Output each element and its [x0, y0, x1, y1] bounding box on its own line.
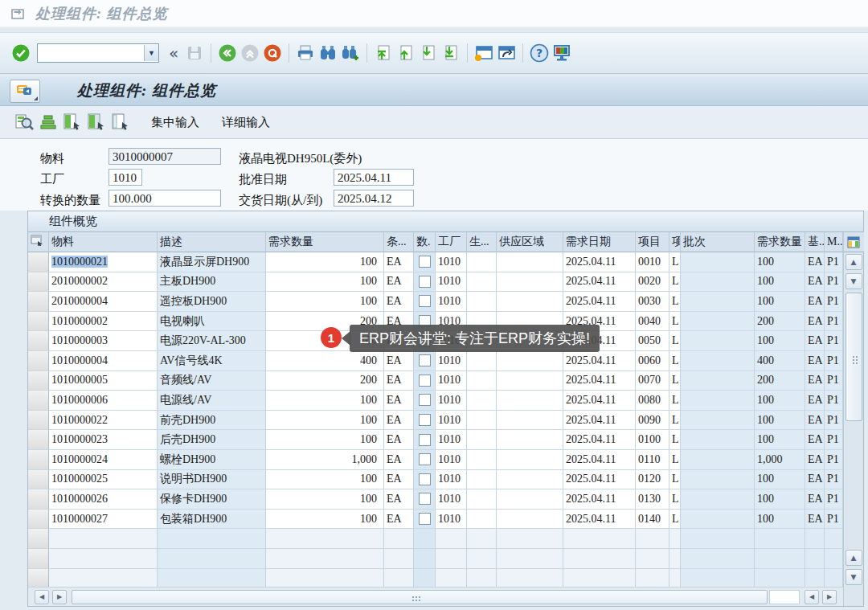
cell-prod[interactable] [467, 272, 497, 293]
cell-req-qty[interactable]: 400 [266, 351, 384, 371]
approval-date-field[interactable]: 2025.04.11 [334, 169, 414, 186]
cell-material[interactable]: 1010000026 [49, 489, 158, 510]
cell-plant[interactable]: 1010 [436, 470, 467, 490]
cell-unit[interactable]: EA [384, 510, 414, 530]
cell-unit[interactable]: EA [384, 371, 414, 391]
cell-item[interactable]: 0070 [636, 371, 669, 391]
cell-unit[interactable]: EA [384, 272, 414, 293]
cell-material[interactable] [49, 569, 158, 589]
cell-req-date[interactable]: 2025.04.11 [563, 430, 636, 450]
cell-unit[interactable]: EA [384, 391, 414, 411]
cell-unit[interactable]: EA [384, 252, 414, 272]
cell-unit[interactable] [384, 549, 414, 569]
cell-prod[interactable] [467, 569, 497, 589]
cell-item[interactable]: 0030 [636, 292, 669, 312]
previous-page-icon[interactable] [395, 43, 416, 63]
scroll-left-button[interactable]: ◀ [35, 590, 49, 604]
col-plant[interactable]: 工厂 [436, 232, 467, 252]
cell-prod[interactable] [467, 529, 497, 549]
cell-item-cat[interactable]: L [669, 510, 681, 530]
cell-unit[interactable]: EA [384, 470, 414, 490]
cell-supply-area[interactable] [497, 272, 563, 293]
table-row[interactable] [28, 549, 843, 569]
table-row[interactable]: 1010000022 前壳DH900 100 EA 1010 2025.04.1… [28, 411, 843, 431]
collective-entry-button[interactable]: 集中输入 [146, 113, 204, 132]
row-selector[interactable] [28, 272, 49, 293]
table-row[interactable]: 1010000004 AV信号线4K 400 EA 1010 2025.04.1… [28, 351, 843, 371]
cell-item[interactable] [636, 549, 669, 569]
cell-item-cat[interactable] [669, 529, 681, 549]
cell-item[interactable]: 0010 [636, 252, 669, 272]
cell-req-date[interactable]: 2025.04.11 [563, 470, 636, 490]
sort-icon[interactable] [37, 112, 59, 133]
cell-plant[interactable]: 1010 [436, 391, 467, 411]
cell-plant[interactable]: 1010 [436, 510, 467, 530]
cell-material[interactable]: 1010000002 [49, 312, 158, 332]
cell-item[interactable]: 0130 [636, 489, 669, 510]
cell-supply-area[interactable] [497, 391, 563, 411]
search-icon[interactable] [13, 112, 35, 133]
bulk-checkbox[interactable] [419, 256, 431, 268]
chevron-down-icon[interactable]: ▼ [144, 45, 158, 61]
cell-prod[interactable] [467, 411, 497, 431]
cell-material[interactable]: 2010000002 [49, 272, 158, 293]
cell-plant[interactable]: 1010 [436, 489, 467, 510]
cell-item-cat[interactable]: L [669, 489, 681, 510]
cell-item-cat[interactable]: L [669, 411, 681, 431]
cell-req-date[interactable] [563, 529, 636, 549]
row-selector[interactable] [28, 351, 49, 371]
cell-req-qty[interactable]: 100 [266, 411, 384, 431]
table-row[interactable]: 1010000006 电源线/AV 100 EA 1010 2025.04.11… [28, 391, 843, 411]
cell-unit[interactable]: EA [384, 450, 414, 470]
cell-item[interactable] [636, 529, 669, 549]
cell-prod[interactable] [467, 252, 497, 272]
cell-prod[interactable] [467, 391, 497, 411]
table-row[interactable]: 1010000025 说明书DH900 100 EA 1010 2025.04.… [28, 470, 843, 490]
table-row[interactable]: 1010000005 音频线/AV 200 EA 1010 2025.04.11… [28, 371, 843, 391]
scroll-right-button[interactable]: ▶ [52, 590, 67, 604]
cell-req-date[interactable]: 2025.04.11 [563, 450, 636, 470]
cell-item[interactable]: 0140 [636, 510, 669, 530]
cell-req-date[interactable] [563, 549, 636, 569]
cell-material[interactable]: 1010000027 [49, 510, 158, 530]
cell-item-cat[interactable]: L [669, 371, 681, 391]
cell-unit[interactable]: EA [384, 489, 414, 510]
col-unit[interactable]: 条... [384, 232, 414, 252]
cell-item-cat[interactable]: L [669, 351, 681, 371]
cell-item[interactable]: 0060 [636, 351, 669, 371]
cell-prod[interactable] [467, 371, 497, 391]
table-row[interactable]: 1010000023 后壳DH900 100 EA 1010 2025.04.1… [28, 430, 843, 450]
cell-material[interactable]: 1010000024 [49, 450, 158, 470]
col-base-unit[interactable]: 基... [805, 232, 825, 252]
table-row[interactable] [28, 529, 843, 549]
cell-material[interactable]: 1010000021 [49, 252, 158, 272]
cell-prod[interactable] [467, 292, 497, 312]
cell-plant[interactable]: 1010 [436, 411, 467, 431]
find-next-icon[interactable] [340, 43, 361, 63]
exit-icon[interactable] [240, 43, 260, 63]
cell-item[interactable]: 0120 [636, 470, 669, 490]
cell-prod[interactable] [467, 351, 497, 371]
save-icon[interactable] [184, 43, 205, 63]
scroll-right-button-right[interactable]: ▶ [822, 590, 837, 604]
cancel-icon[interactable] [262, 43, 283, 63]
cell-supply-area[interactable] [497, 411, 563, 431]
row-selector[interactable] [28, 292, 49, 312]
command-field[interactable]: ▼ [37, 43, 159, 63]
scroll-down-button[interactable]: ▼ [845, 273, 862, 289]
table-row[interactable]: 2010000004 遥控板DH900 100 EA 1010 2025.04.… [28, 292, 843, 312]
row-selector[interactable] [28, 312, 49, 332]
cell-item[interactable]: 0040 [636, 312, 669, 332]
cell-plant[interactable]: 1010 [436, 450, 467, 470]
cell-material[interactable]: 2010000004 [49, 292, 158, 312]
cell-item-cat[interactable]: L [669, 272, 681, 293]
detail-entry-button[interactable]: 详细输入 [217, 113, 275, 132]
col-item[interactable]: 项目 [636, 232, 669, 252]
first-page-icon[interactable] [373, 43, 394, 63]
cell-req-date[interactable]: 2025.04.11 [563, 351, 636, 371]
scroll-left-button-right[interactable]: ◀ [805, 590, 819, 604]
vertical-scrollbar[interactable]: ▲ ▼ ▲ ▼ [843, 232, 863, 606]
cell-req-date[interactable]: 2025.04.11 [563, 489, 636, 510]
cell-prod[interactable] [467, 510, 497, 530]
cell-supply-area[interactable] [497, 252, 563, 272]
